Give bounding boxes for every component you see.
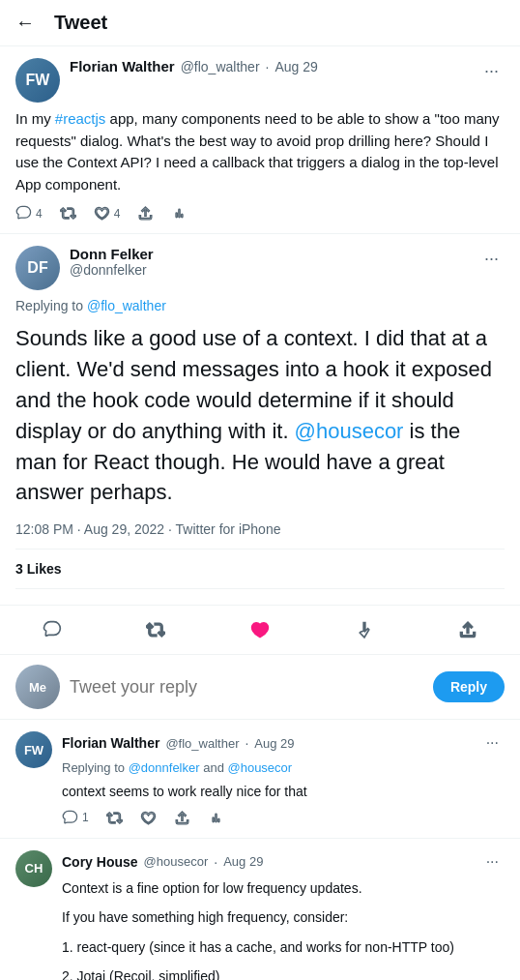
like-count: 4 [114,207,121,221]
comment-icon [42,619,63,640]
reply-action-btn[interactable] [32,611,72,648]
reply-action[interactable]: 4 [15,205,43,222]
cory-body-item-0: 1. react-query (since it has a cache, an… [62,936,505,958]
more-options-button[interactable]: ··· [480,731,505,755]
like-action[interactable] [140,810,157,826]
sub-reply-cory-header: Cory House @housecor · Aug 29 ··· [62,850,505,874]
share-action[interactable] [137,205,154,222]
header: ← Tweet [0,0,520,46]
cory-body-intro: Context is a fine option for low frequen… [62,877,505,899]
sub-reply-cory: CH Cory House @housecor · Aug 29 ··· Con… [0,839,520,980]
original-tweet-header-left: FW Florian Walther @flo_walther · Aug 29 [15,58,318,103]
tweet-date: Aug 29 [223,854,263,869]
original-tweet-body: In my #reactjs app, many components need… [15,108,505,195]
avatar: DF [15,246,60,290]
user-handle: @donnfelker [70,262,154,278]
cory-body-list-intro: If you have something high frequency, co… [62,906,505,928]
sub-reply-flo-right: Florian Walther @flo_walther · Aug 29 ··… [62,731,505,826]
more-options-button[interactable]: ··· [478,246,505,271]
hashtag-reactjs[interactable]: #reactjs [55,110,106,127]
main-reply-tweet: DF Donn Felker @donnfelker ··· Replying … [0,234,520,606]
like-action-btn[interactable] [240,611,280,648]
retweet-action-btn[interactable] [135,611,176,648]
share-action-btn[interactable] [448,611,488,648]
original-tweet-card: FW Florian Walther @flo_walther · Aug 29… [0,46,520,234]
more-options-button[interactable]: ··· [478,58,505,83]
user-info: Cory House @housecor · Aug 29 [62,854,263,870]
sub-reply-cory-right: Cory House @housecor · Aug 29 ··· Contex… [62,850,505,980]
heart-icon [249,619,271,640]
user-handle: @flo_walther [181,59,260,74]
retweet-action[interactable] [106,810,123,826]
stats-action[interactable] [208,810,224,826]
avatar: CH [15,850,52,887]
user-handle: @housecor [144,854,209,869]
share-action[interactable] [174,810,190,826]
avatar: FW [15,58,60,103]
download-action-btn[interactable] [344,611,385,648]
retweet-action[interactable] [60,205,76,222]
mention-housecor[interactable]: @housecor [227,760,292,775]
main-reply-header: DF Donn Felker @donnfelker ··· [15,246,505,290]
sub-reply-flo-actions: 1 [62,810,505,826]
original-tweet-actions: 4 4 [15,205,505,222]
main-reply-header-left: DF Donn Felker @donnfelker [15,246,154,290]
replying-to-row: Replying to @flo_walther [15,298,505,313]
sub-reply-cory-body: Context is a fine option for low frequen… [62,877,505,980]
like-action[interactable]: 4 [94,205,121,222]
page-title: Tweet [54,12,107,34]
tweet-date: Aug 29 [274,59,317,74]
reply-count: 1 [82,811,89,824]
original-tweet-header: FW Florian Walther @flo_walther · Aug 29… [15,58,505,103]
sub-reply-flo: FW Florian Walther @flo_walther · Aug 29… [0,720,520,839]
main-reply-body: Sounds like a good use of a context. I d… [15,323,505,508]
cory-body-item-1: 2. Jotai (Recoil, simplified) [62,965,505,980]
reply-action[interactable]: 1 [62,810,89,826]
sub-reply-cory-left: CH [15,850,52,980]
sub-reply-flo-body: context seems to work really nice for th… [62,782,505,802]
user-name: Florian Walther [62,735,159,751]
reply-input[interactable] [70,677,423,698]
sub-reply-flo-header: Florian Walther @flo_walther · Aug 29 ··… [62,731,505,755]
share-icon [457,619,478,640]
user-handle: @flo_walther [165,736,239,751]
user-name: Cory House [62,854,138,870]
user-name-row: Florian Walther @flo_walther · Aug 29 [70,58,318,74]
tweet-timestamp: 12:08 PM · Aug 29, 2022 · Twitter for iP… [15,521,505,537]
main-reply-user-info: Donn Felker @donnfelker [70,246,154,278]
retweet-icon [145,619,166,640]
likes-row: 3 Likes [15,549,505,589]
reply-input-row: Me Reply [0,655,520,720]
user-info: Florian Walther @flo_walther · Aug 29 [70,58,318,74]
user-name: Florian Walther [70,58,175,74]
back-button[interactable]: ← [15,12,35,34]
avatar: FW [15,731,52,768]
more-options-button[interactable]: ··· [480,850,505,874]
replying-to-link[interactable]: @flo_walther [87,298,166,313]
user-name: Donn Felker [70,246,154,262]
user-info: Florian Walther @flo_walther · Aug 29 [62,735,295,751]
likes-count: 3 [15,561,23,577]
mention-donnfelker[interactable]: @donnfelker [129,760,200,775]
sub-reply-flo-left: FW [15,731,52,826]
mention-housecor[interactable]: @housecor [295,419,404,443]
download-icon [354,619,375,640]
reply-button[interactable]: Reply [433,671,505,702]
main-action-bar [0,606,520,655]
likes-label: Likes [27,561,62,577]
sub-reply-flo-replying-to: Replying to @donnfelker and @housecor [62,758,505,778]
tweet-date: Aug 29 [254,736,294,751]
reply-count: 4 [36,207,43,221]
stats-action[interactable] [171,205,188,222]
my-avatar: Me [15,665,60,709]
